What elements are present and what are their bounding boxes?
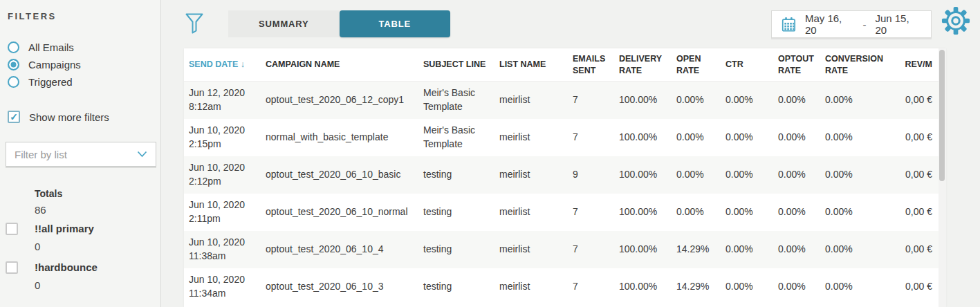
column-header-list-name[interactable]: LIST NAME: [499, 59, 573, 70]
radio-circle-icon[interactable]: [8, 41, 19, 53]
column-header-campaign-name[interactable]: CAMPAIGN NAME: [266, 59, 423, 70]
cell-subject-line: Meir's Basic Template: [423, 124, 499, 151]
table-row[interactable]: Jun 10, 202011:38am optout_test_2020_06_…: [184, 231, 946, 268]
show-more-filters-toggle[interactable]: ✓ Show more filters: [8, 111, 109, 123]
cell-ctr: 0.00%: [725, 280, 778, 294]
cell-delivery-rate: 100.00%: [619, 131, 676, 145]
cell-list-name: meirlist: [499, 280, 573, 294]
cell-ctr: 0.00%: [725, 93, 778, 107]
date-range-end: Jun 15, 20: [875, 12, 921, 36]
cell-campaign-name: normal_with_basic_template: [266, 131, 423, 145]
column-header-delivery-rate[interactable]: DELIVERY RATE: [619, 53, 676, 76]
column-header-open-rate[interactable]: OPEN RATE: [676, 53, 725, 76]
cell-open-rate: 0.00%: [676, 93, 725, 107]
table-row[interactable]: Jun 10, 20202:12pm optout_test_2020_06_1…: [184, 156, 946, 194]
radio-circle-selected-icon[interactable]: [8, 59, 19, 71]
filter-funnel-icon[interactable]: [185, 12, 204, 35]
cell-emails-sent: 7: [573, 205, 619, 219]
cell-optout-rate: 0.00%: [778, 280, 825, 294]
radio-campaigns[interactable]: Campaigns: [8, 56, 81, 73]
cell-list-name: meirlist: [499, 93, 573, 107]
cell-campaign-name: optout_test_2020_06_10_basic: [266, 168, 423, 182]
checkbox-unchecked-icon[interactable]: [6, 223, 18, 235]
cell-rev-m: 0,00 €: [899, 205, 932, 219]
cell-ctr: 0.00%: [725, 168, 778, 182]
column-header-conversion-rate[interactable]: CONVERSION RATE: [825, 53, 899, 76]
cell-conversion-rate: 0.00%: [825, 243, 899, 257]
cell-optout-rate: 0.00%: [778, 168, 825, 182]
cell-rev-m: 0,00 €: [899, 168, 932, 182]
cell-delivery-rate: 100.00%: [619, 205, 676, 219]
cell-campaign-name: optout_test_2020_06_10_3: [266, 280, 423, 294]
cell-optout-rate: 0.00%: [778, 93, 825, 107]
cell-delivery-rate: 100.00%: [619, 168, 676, 182]
gear-icon[interactable]: [941, 6, 970, 35]
cell-subject-line: testing: [423, 168, 499, 182]
cell-open-rate: 0.00%: [676, 131, 725, 145]
checkbox-checked-icon[interactable]: ✓: [8, 111, 20, 123]
table-row[interactable]: Jun 10, 20202:15pm normal_with_basic_tem…: [184, 119, 946, 156]
cell-subject-line: Meir's Basic Template: [423, 86, 499, 113]
cell-delivery-rate: 100.00%: [619, 243, 676, 257]
view-tab-group: SUMMARY TABLE: [228, 10, 450, 37]
cell-conversion-rate: 0.00%: [825, 131, 899, 145]
date-range-start: May 16, 20: [805, 12, 854, 36]
cell-subject-line: testing: [423, 243, 499, 257]
cell-conversion-rate: 0.00%: [825, 168, 899, 182]
list-filter-label: !!all primary: [35, 223, 94, 234]
tab-table[interactable]: TABLE: [340, 10, 451, 37]
dropdown-placeholder: Filter by list: [15, 149, 67, 160]
date-range-separator: -: [862, 19, 866, 30]
column-header-send-date[interactable]: SEND DATE ↓: [189, 59, 266, 70]
table-row[interactable]: Jun 10, 202011:34am optout_test_2020_06_…: [184, 268, 946, 306]
column-header-rev-m[interactable]: REV/M: [899, 59, 932, 70]
totals-value: 86: [35, 204, 62, 216]
table-row[interactable]: Jun 10, 20202:11pm optout_test_2020_06_1…: [184, 194, 946, 231]
cell-rev-m: 0,00 €: [899, 280, 932, 294]
cell-send-date: Jun 10, 202011:34am: [189, 273, 266, 300]
cell-emails-sent: 7: [573, 243, 619, 257]
cell-rev-m: 0,00 €: [899, 243, 932, 257]
totals-block: Totals 86: [35, 188, 62, 216]
filter-by-list-dropdown[interactable]: Filter by list: [6, 142, 156, 167]
list-filter-hardbounce[interactable]: !hardbounce 0: [6, 261, 98, 291]
cell-open-rate: 14.29%: [676, 243, 725, 257]
cell-emails-sent: 7: [573, 93, 619, 107]
date-range-picker[interactable]: May 16, 20 - Jun 15, 20: [771, 10, 932, 38]
cell-subject-line: testing: [423, 280, 499, 294]
column-header-optout-rate[interactable]: OPTOUT RATE: [778, 53, 825, 76]
column-header-emails-sent[interactable]: EMAILS SENT: [573, 53, 619, 76]
cell-emails-sent: 7: [573, 131, 619, 145]
column-header-subject-line[interactable]: SUBJECT LINE: [423, 59, 499, 70]
radio-all-emails[interactable]: All Emails: [8, 39, 81, 56]
cell-delivery-rate: 100.00%: [619, 93, 676, 107]
column-header-ctr[interactable]: CTR: [725, 59, 778, 70]
vertical-scrollbar-thumb[interactable]: [939, 50, 945, 181]
cell-send-date: Jun 10, 20202:12pm: [189, 161, 266, 188]
cell-delivery-rate: 100.00%: [619, 280, 676, 294]
list-filter-count: 0: [35, 241, 94, 252]
calendar-icon: [782, 17, 796, 32]
radio-circle-icon[interactable]: [8, 76, 19, 88]
email-type-radio-group: All Emails Campaigns Triggered: [8, 39, 81, 91]
cell-conversion-rate: 0.00%: [825, 205, 899, 219]
cell-emails-sent: 7: [573, 280, 619, 294]
table-row[interactable]: Jun 12, 20208:12am optout_test_2020_06_1…: [184, 82, 946, 119]
cell-list-name: meirlist: [499, 205, 573, 219]
radio-label: Triggered: [28, 76, 73, 88]
tab-summary[interactable]: SUMMARY: [228, 10, 340, 37]
cell-subject-line: testing: [423, 205, 499, 219]
checkbox-unchecked-icon[interactable]: [6, 261, 18, 274]
table-header-row: SEND DATE ↓ CAMPAIGN NAME SUBJECT LINE L…: [184, 48, 946, 82]
list-filter-count: 0: [35, 279, 98, 291]
list-filter-all-primary[interactable]: !!all primary 0: [6, 223, 94, 252]
cell-conversion-rate: 0.00%: [825, 280, 899, 294]
cell-rev-m: 0,00 €: [899, 93, 932, 107]
cell-list-name: meirlist: [499, 243, 573, 257]
cell-send-date: Jun 10, 20202:11pm: [189, 198, 266, 225]
radio-triggered[interactable]: Triggered: [8, 73, 81, 91]
chevron-down-icon: [137, 151, 147, 158]
cell-optout-rate: 0.00%: [778, 243, 825, 257]
cell-campaign-name: optout_test_2020_06_12_copy1: [266, 93, 423, 107]
cell-campaign-name: optout_test_2020_06_10_4: [266, 243, 423, 257]
